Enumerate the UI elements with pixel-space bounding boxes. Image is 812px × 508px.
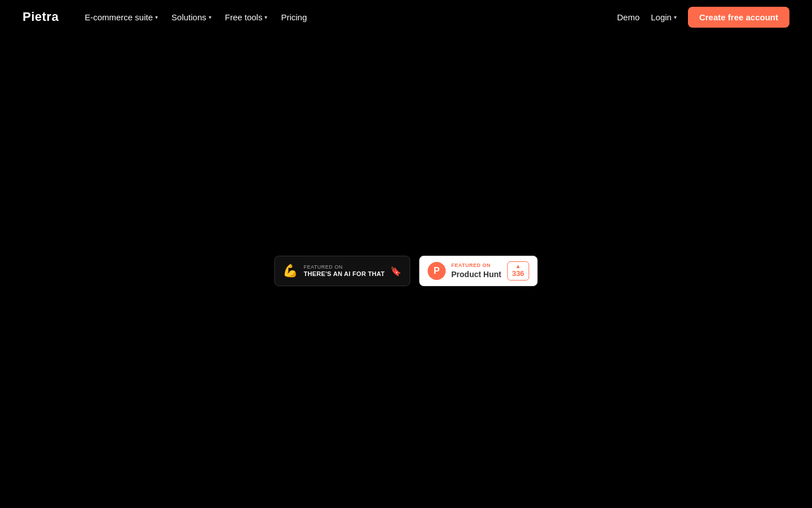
demo-link[interactable]: Demo xyxy=(617,12,639,22)
product-hunt-badge[interactable]: P FEATURED ON Product Hunt ▲ 336 xyxy=(419,256,537,286)
ph-featured-label: FEATURED ON xyxy=(451,262,501,269)
nav-item-free-tools[interactable]: Free tools ▾ xyxy=(219,9,273,25)
ph-title: Product Hunt xyxy=(451,269,501,279)
badges-area: 💪 FEATURED ON THERE'S AN AI FOR THAT 🔖 P… xyxy=(274,256,537,286)
ai-for-that-badge[interactable]: 💪 FEATURED ON THERE'S AN AI FOR THAT 🔖 xyxy=(274,256,410,286)
nav-links: E-commerce suite ▾ Solutions ▾ Free tool… xyxy=(79,9,312,25)
ph-vote-count: 336 xyxy=(512,269,524,278)
ph-icon-letter: P xyxy=(434,266,440,276)
nav-label-pricing: Pricing xyxy=(281,12,307,22)
nav-label-ecommerce: E-commerce suite xyxy=(85,12,153,22)
ai-featured-label: FEATURED ON xyxy=(303,264,385,270)
ai-title: THERE'S AN AI FOR THAT xyxy=(303,270,385,278)
login-link[interactable]: Login ▾ xyxy=(651,12,677,22)
chevron-down-icon: ▾ xyxy=(674,14,677,20)
navbar: Pietra E-commerce suite ▾ Solutions ▾ Fr… xyxy=(0,0,812,34)
logo[interactable]: Pietra xyxy=(23,10,59,24)
upvote-arrow-icon: ▲ xyxy=(515,264,521,269)
chevron-down-icon: ▾ xyxy=(209,14,211,20)
create-account-button[interactable]: Create free account xyxy=(688,7,789,28)
login-label: Login xyxy=(651,12,672,22)
nav-label-free-tools: Free tools xyxy=(225,12,263,22)
ph-votes: ▲ 336 xyxy=(507,261,529,281)
nav-left: Pietra E-commerce suite ▾ Solutions ▾ Fr… xyxy=(23,9,312,25)
nav-item-ecommerce[interactable]: E-commerce suite ▾ xyxy=(79,9,164,25)
nav-item-pricing[interactable]: Pricing xyxy=(275,9,312,25)
bookmark-icon: 🔖 xyxy=(390,266,401,277)
chevron-down-icon: ▾ xyxy=(264,14,267,20)
chevron-down-icon: ▾ xyxy=(155,14,158,20)
nav-right: Demo Login ▾ Create free account xyxy=(617,7,789,28)
nav-label-solutions: Solutions xyxy=(171,12,206,22)
nav-item-solutions[interactable]: Solutions ▾ xyxy=(166,9,217,25)
muscle-icon: 💪 xyxy=(283,264,298,278)
product-hunt-icon: P xyxy=(427,262,445,280)
main-content: 💪 FEATURED ON THERE'S AN AI FOR THAT 🔖 P… xyxy=(0,34,812,508)
ph-text: FEATURED ON Product Hunt xyxy=(451,262,501,279)
ai-badge-text: FEATURED ON THERE'S AN AI FOR THAT xyxy=(303,264,385,278)
